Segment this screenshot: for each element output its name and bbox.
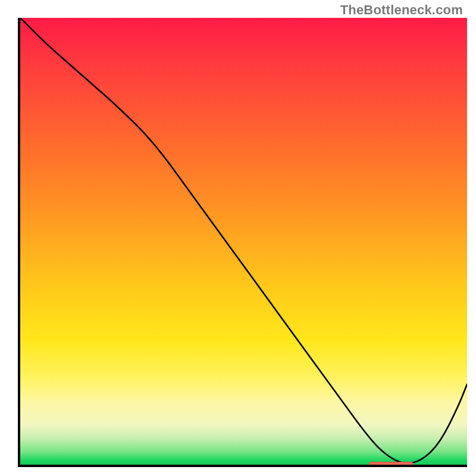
- bottleneck-curve: [20, 18, 467, 464]
- plot-area: [20, 18, 467, 465]
- watermark-text: TheBottleneck.com: [340, 2, 463, 18]
- chart-root: { "watermark": "TheBottleneck.com", "col…: [0, 0, 476, 476]
- optimal-range-marker: [369, 462, 414, 465]
- curve-svg: [20, 18, 467, 465]
